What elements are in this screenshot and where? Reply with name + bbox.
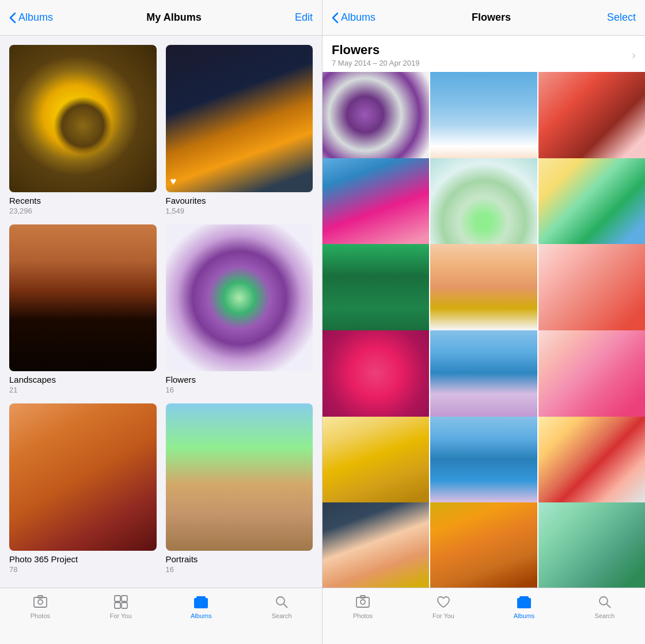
album-thumb-landscapes (9, 224, 157, 372)
flowers-chevron-icon[interactable]: › (632, 48, 636, 62)
flowers-header-text: Flowers 7 May 2014 – 20 Apr 2019 (332, 43, 420, 67)
album-thumb-portraits (166, 403, 313, 551)
right-foryou-tab-icon (435, 594, 451, 610)
photos-tab-icon (32, 594, 48, 610)
album-count-favourites: 1,549 (166, 207, 313, 215)
album-name-favourites: Favourites (166, 196, 313, 205)
right-select-button[interactable]: Select (607, 12, 636, 24)
right-tab-foryou-label: For You (432, 612, 454, 619)
album-count-photo365: 78 (9, 565, 157, 574)
albums-tab-icon-right (516, 594, 532, 610)
right-nav-bar: Albums Flowers Select (322, 0, 645, 36)
svg-rect-2 (38, 596, 43, 598)
right-back-label: Albums (341, 12, 375, 24)
left-tab-search-label: Search (272, 612, 292, 619)
svg-rect-3 (115, 596, 120, 601)
albums-grid: Recents 23,296 ♥ Favourites 1,549 Landsc… (0, 36, 322, 588)
svg-rect-4 (122, 596, 127, 601)
svg-rect-6 (122, 603, 127, 608)
photo-cell-16[interactable] (322, 502, 429, 588)
album-name-portraits: Portraits (166, 554, 313, 564)
right-tab-search-label: Search (595, 612, 615, 619)
flowers-title: Flowers (332, 43, 420, 58)
favourites-heart: ♥ (170, 176, 177, 188)
album-name-flowers: Flowers (166, 375, 313, 384)
left-nav-bar: Albums My Albums Edit (0, 0, 322, 36)
album-count-landscapes: 21 (9, 386, 157, 394)
album-name-photo365: Photo 365 Project (9, 554, 157, 564)
album-name-landscapes: Landscapes (9, 375, 157, 384)
svg-rect-0 (34, 597, 47, 607)
right-tab-search[interactable]: Search (564, 594, 645, 619)
right-tab-albums-label: Albums (514, 612, 535, 619)
svg-rect-7 (194, 598, 208, 608)
svg-point-9 (276, 597, 284, 605)
left-tab-photos-label: Photos (31, 612, 50, 619)
album-item-recents[interactable]: Recents 23,296 (9, 45, 157, 215)
svg-point-16 (600, 597, 608, 605)
photo-cell-18[interactable] (538, 502, 645, 588)
album-thumb-favourites: ♥ (166, 45, 313, 192)
svg-rect-5 (115, 603, 120, 608)
left-tab-foryou[interactable]: For You (81, 594, 161, 619)
album-count-flowers: 16 (166, 386, 313, 394)
search-tab-icon-left (274, 594, 290, 610)
left-back-label: Albums (18, 12, 53, 24)
photos-grid: ♥ ♥ ♥ ♥ ♥ ♥ ♥ (322, 72, 645, 588)
foryou-tab-icon (113, 594, 129, 610)
left-tab-foryou-label: For You (110, 612, 132, 619)
flowers-header: Flowers 7 May 2014 – 20 Apr 2019 › (322, 36, 645, 72)
left-tab-search[interactable]: Search (241, 594, 322, 619)
album-item-photo365[interactable]: Photo 365 Project 78 (9, 403, 157, 574)
left-edit-button[interactable]: Edit (295, 12, 313, 24)
right-tab-foryou[interactable]: For You (403, 594, 484, 619)
svg-rect-11 (356, 597, 369, 607)
album-thumb-photo365 (9, 403, 157, 551)
svg-line-17 (607, 604, 611, 608)
left-panel: Albums My Albums Edit Recents 23,296 ♥ F… (0, 0, 322, 644)
album-name-recents: Recents (9, 196, 157, 205)
svg-rect-8 (196, 596, 206, 599)
svg-line-10 (284, 604, 288, 608)
albums-tab-icon-left (193, 594, 209, 610)
right-tab-bar: Photos For You Albums (322, 588, 645, 644)
left-tab-bar: Photos For You Albums (0, 588, 322, 644)
album-item-landscapes[interactable]: Landscapes 21 (9, 224, 157, 395)
right-panel: Albums Flowers Select Flowers 7 May 2014… (322, 0, 645, 644)
svg-rect-13 (361, 596, 365, 598)
album-count-portraits: 16 (166, 565, 313, 574)
album-thumb-flowers (166, 224, 313, 372)
album-thumb-recents (9, 45, 157, 192)
left-tab-photos[interactable]: Photos (0, 594, 81, 619)
album-item-portraits[interactable]: Portraits 16 (166, 403, 313, 574)
svg-point-1 (38, 600, 43, 604)
left-tab-albums-label: Albums (191, 612, 212, 619)
right-tab-albums[interactable]: Albums (484, 594, 564, 619)
photo-cell-17[interactable] (430, 502, 537, 588)
album-item-favourites[interactable]: ♥ Favourites 1,549 (166, 45, 313, 215)
album-item-flowers[interactable]: Flowers 16 (166, 224, 313, 395)
svg-rect-14 (517, 598, 531, 608)
search-tab-icon-right (597, 594, 613, 610)
right-tab-photos-label: Photos (353, 612, 373, 619)
flowers-date-range: 7 May 2014 – 20 Apr 2019 (332, 59, 420, 67)
right-nav-title: Flowers (472, 12, 511, 24)
right-back-button[interactable]: Albums (332, 12, 375, 24)
right-tab-photos[interactable]: Photos (322, 594, 403, 619)
left-back-button[interactable]: Albums (9, 12, 53, 24)
left-nav-title: My Albums (146, 12, 201, 24)
left-tab-albums[interactable]: Albums (161, 594, 242, 619)
right-photos-tab-icon (355, 594, 371, 610)
svg-point-12 (361, 600, 365, 604)
album-count-recents: 23,296 (9, 207, 157, 215)
svg-rect-15 (519, 596, 529, 599)
